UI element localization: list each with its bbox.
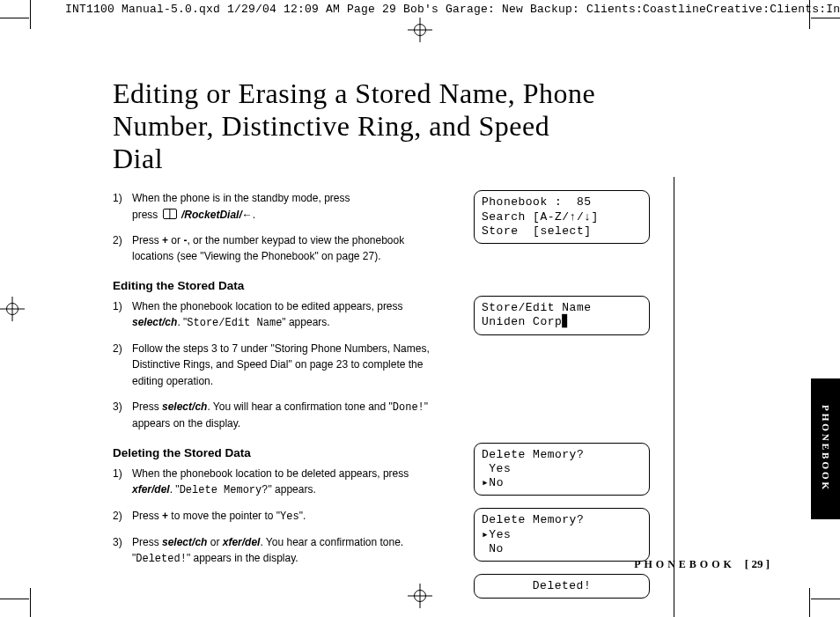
- key-xfer-del: xfer/del: [223, 536, 261, 548]
- key-select-ch: select/ch: [162, 400, 207, 413]
- subhead-deleting: Deleting the Stored Data: [113, 444, 447, 463]
- lcd-phonebook: Phonebook : 85 Search [A-Z/↑/↓] Store [s…: [474, 190, 650, 244]
- crop-mark: [30, 588, 31, 617]
- crop-mark: [811, 599, 840, 599]
- edit-step-2: 2) Follow the steps 3 to 7 under "Storin…: [113, 341, 447, 390]
- step-number: 1): [113, 190, 132, 223]
- text: or: [207, 536, 222, 548]
- text: . You will hear a confirmation tone and …: [207, 400, 392, 413]
- intro-step-1: 1) When the phone is in the standby mode…: [113, 190, 447, 223]
- step-number: 1): [113, 466, 132, 499]
- manual-page: INT1100 Manual-5.0.qxd 1/29/04 12:09 AM …: [0, 0, 840, 617]
- crop-mark: [809, 0, 810, 29]
- crop-mark: [30, 0, 31, 29]
- crop-mark: [0, 18, 29, 18]
- crop-mark: [0, 599, 29, 599]
- subhead-editing: Editing the Stored Data: [113, 277, 447, 296]
- print-slug: INT1100 Manual-5.0.qxd 1/29/04 12:09 AM …: [65, 3, 831, 16]
- text: Press: [132, 536, 162, 548]
- footer-section: PHONEBOOK: [634, 558, 735, 570]
- lcd-delete-yes: Delete Memory? ▸Yes No: [474, 508, 650, 562]
- crop-mark: [811, 18, 840, 18]
- registration-mark: [0, 297, 25, 321]
- left-arrow-icon: ←: [242, 209, 253, 221]
- lcd-text-inline: Delete Memory?: [180, 484, 269, 496]
- live-area: Editing or Erasing a Stored Name, Phone …: [33, 33, 807, 584]
- step-number: 3): [113, 399, 132, 432]
- step-text: Press select/ch or xfer/del. You hear a …: [132, 534, 447, 568]
- text: When the phone is in the standby mode, p…: [132, 192, 350, 204]
- del-step-2: 2) Press + to move the pointer to "Yes".: [113, 508, 447, 525]
- page-footer: PHONEBOOK [ 29 ]: [634, 557, 770, 571]
- footer-page-number: [ 29 ]: [745, 557, 770, 570]
- lcd-text-inline: Done!: [393, 401, 424, 414]
- key-plus: +: [162, 234, 168, 246]
- step-number: 1): [113, 298, 132, 332]
- body-columns: 1) When the phone is in the standby mode…: [113, 190, 807, 611]
- vertical-rule: [674, 177, 674, 617]
- step-text: Press + to move the pointer to "Yes".: [132, 508, 447, 525]
- del-step-1: 1) When the phonebook location to be del…: [113, 466, 447, 499]
- edit-step-1: 1) When the phonebook location to be edi…: [113, 298, 447, 332]
- edit-step-3: 3) Press select/ch. You will hear a conf…: [113, 399, 447, 432]
- text: . ": [177, 316, 187, 328]
- step-number: 2): [113, 341, 132, 390]
- text: ".: [299, 510, 306, 522]
- key-select-ch: select/ch: [162, 536, 207, 548]
- text: When the phonebook location to be edited…: [132, 300, 403, 312]
- step-text: Press select/ch. You will hear a confirm…: [132, 399, 447, 432]
- step-text: Follow the steps 3 to 7 under "Storing P…: [132, 341, 447, 390]
- step-number: 2): [113, 232, 132, 265]
- lcd-text-inline: Store/Edit Name: [187, 317, 282, 329]
- text: " appears.: [268, 483, 315, 496]
- intro-step-2: 2) Press + or -, or the number keypad to…: [113, 232, 447, 265]
- step-text: When the phonebook location to be delete…: [132, 466, 447, 499]
- text: to move the pointer to ": [168, 510, 280, 522]
- press-label: press: [132, 209, 161, 221]
- lcd-text-inline: Yes: [280, 510, 299, 523]
- text: Press: [132, 400, 162, 413]
- section-tab-label: PHONEBOOK: [821, 405, 831, 492]
- text: or: [168, 234, 183, 246]
- key-select-ch: select/ch: [132, 316, 177, 328]
- text: .: [253, 209, 255, 221]
- lcd-text-inline: Deleted!: [136, 553, 187, 565]
- key-xfer-del: xfer/del: [132, 483, 170, 496]
- text: Press: [132, 510, 162, 522]
- page-title: Editing or Erasing a Stored Name, Phone …: [113, 77, 606, 174]
- instruction-column: 1) When the phone is in the standby mode…: [113, 190, 447, 611]
- lcd-store-edit: Store/Edit Name Uniden Corp▊: [474, 296, 650, 335]
- text: . ": [170, 483, 180, 496]
- lcd-deleted: Deleted!: [474, 574, 650, 599]
- step-text: When the phone is in the standby mode, p…: [132, 190, 447, 223]
- del-step-3: 3) Press select/ch or xfer/del. You hear…: [113, 534, 447, 568]
- step-text: Press + or -, or the number keypad to vi…: [132, 232, 447, 265]
- step-number: 3): [113, 534, 132, 568]
- text: When the phonebook location to be delete…: [132, 467, 409, 480]
- crop-mark: [809, 588, 810, 617]
- text: Press: [132, 234, 162, 246]
- key-rocketdial: /RocketDial/: [181, 209, 242, 221]
- step-number: 2): [113, 508, 132, 525]
- phonebook-icon: [163, 209, 177, 219]
- step-text: When the phonebook location to be edited…: [132, 298, 447, 332]
- spacer: [474, 348, 659, 443]
- lcd-column: Phonebook : 85 Search [A-Z/↑/↓] Store [s…: [474, 190, 659, 611]
- text: " appears in the display.: [187, 552, 298, 564]
- text: " appears.: [282, 316, 329, 328]
- key-plus: +: [162, 510, 168, 522]
- section-tab: PHONEBOOK: [811, 378, 840, 519]
- lcd-delete-no: Delete Memory? Yes ▸No: [474, 443, 650, 496]
- spacer: [474, 256, 659, 296]
